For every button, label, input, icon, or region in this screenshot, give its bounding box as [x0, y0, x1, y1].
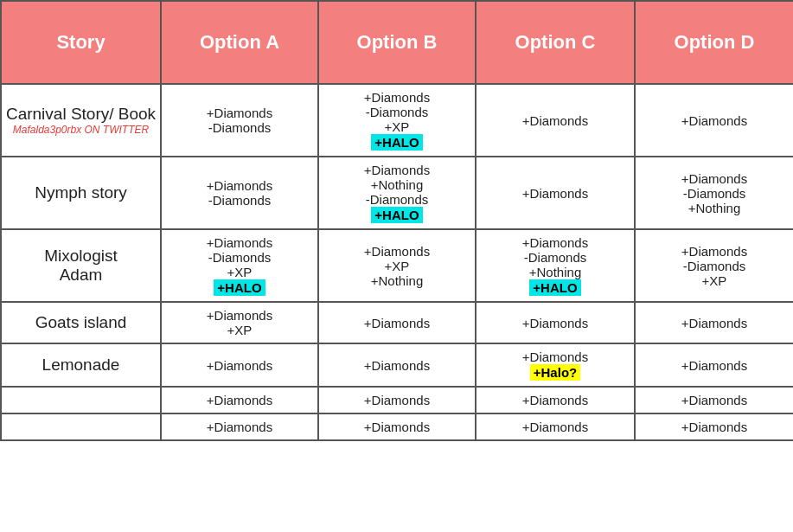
story-title: Carnival Story/ Book — [5, 105, 157, 124]
table-row: Goats island +Diamonds+XP +Diamonds +Dia… — [1, 302, 793, 343]
option-b-cell: +Diamonds — [318, 343, 476, 387]
story-cell: Carnival Story/ Book Mafalda3p0rbx ON TW… — [1, 84, 161, 157]
story-cell — [1, 413, 161, 440]
header-story: Story — [1, 1, 161, 84]
table-row: Nymph story +Diamonds-Diamonds +Diamonds… — [1, 157, 793, 229]
option-b-cell: +Diamonds+XP+Nothing — [318, 229, 476, 302]
option-a-cell: +Diamonds+XP — [161, 302, 318, 343]
story-cell: Goats island — [1, 302, 161, 343]
halo-badge: +HALO — [214, 279, 265, 296]
story-cell — [1, 387, 161, 413]
halo-badge: +HALO — [371, 134, 422, 151]
halo-badge: +HALO — [529, 279, 580, 296]
option-b-cell: +Diamonds — [318, 302, 476, 343]
table-row: Carnival Story/ Book Mafalda3p0rbx ON TW… — [1, 84, 793, 157]
story-cell: MixologistAdam — [1, 229, 161, 302]
option-c-cell: +Diamonds — [476, 84, 635, 157]
halo-badge-yellow: +Halo? — [530, 364, 580, 381]
option-d-cell: +Diamonds — [635, 387, 793, 413]
halo-badge: +HALO — [371, 207, 422, 223]
option-a-cell: +Diamonds — [161, 413, 318, 440]
option-d-cell: +Diamonds-Diamonds+Nothing — [635, 157, 793, 229]
option-d-cell: +Diamonds — [635, 413, 793, 440]
option-b-cell: +Diamonds+Nothing-Diamonds+HALO — [318, 157, 476, 229]
option-d-cell: +Diamonds — [635, 302, 793, 343]
story-cell: Nymph story — [1, 157, 161, 229]
option-b-cell: +Diamonds-Diamonds+XP+HALO — [318, 84, 476, 157]
story-cell: Lemonade — [1, 343, 161, 387]
header-option-d: Option D — [635, 1, 793, 84]
option-c-cell: +Diamonds — [476, 413, 635, 440]
twitter-credit: Mafalda3p0rbx ON TWITTER — [5, 124, 157, 136]
option-a-cell: +Diamonds — [161, 343, 318, 387]
option-a-cell: +Diamonds-Diamonds — [161, 157, 318, 229]
table-row: MixologistAdam +Diamonds-Diamonds+XP+HAL… — [1, 229, 793, 302]
option-b-cell: +Diamonds — [318, 413, 476, 440]
option-c-cell: +Diamonds-Diamonds+Nothing+HALO — [476, 229, 635, 302]
header-option-c: Option C — [476, 1, 635, 84]
header-option-b: Option B — [318, 1, 476, 84]
option-b-cell: +Diamonds — [318, 387, 476, 413]
option-a-cell: +Diamonds — [161, 387, 318, 413]
option-d-cell: +Diamonds — [635, 84, 793, 157]
option-a-cell: +Diamonds-Diamonds+XP+HALO — [161, 229, 318, 302]
option-c-cell: +Diamonds — [476, 157, 635, 229]
option-c-cell: +Diamonds — [476, 302, 635, 343]
header-option-a: Option A — [161, 1, 318, 84]
option-a-cell: +Diamonds-Diamonds — [161, 84, 318, 157]
table-row: +Diamonds +Diamonds +Diamonds +Diamonds — [1, 387, 793, 413]
table-row: Lemonade +Diamonds +Diamonds +Diamonds+H… — [1, 343, 793, 387]
option-d-cell: +Diamonds-Diamonds+XP — [635, 229, 793, 302]
option-c-cell: +Diamonds — [476, 387, 635, 413]
option-c-cell: +Diamonds+Halo? — [476, 343, 635, 387]
option-d-cell: +Diamonds — [635, 343, 793, 387]
table-row: +Diamonds +Diamonds +Diamonds +Diamonds — [1, 413, 793, 440]
